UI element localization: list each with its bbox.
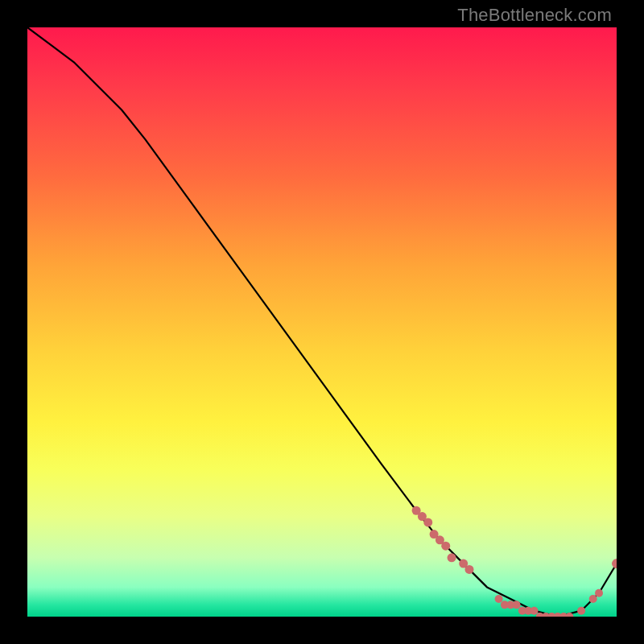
data-point	[612, 559, 617, 568]
data-point	[513, 601, 521, 609]
bottleneck-curve	[27, 27, 617, 617]
data-point	[441, 542, 450, 551]
plot-area	[27, 27, 617, 617]
curve-svg	[27, 27, 617, 617]
watermark-text: TheBottleneck.com	[457, 5, 612, 26]
data-point	[465, 565, 474, 574]
data-point	[495, 595, 503, 603]
chart-stage: TheBottleneck.com	[0, 0, 644, 644]
data-point	[595, 589, 603, 597]
data-point-end	[612, 559, 617, 568]
data-points-upper	[412, 506, 474, 574]
data-points-valley	[495, 589, 603, 617]
data-point	[423, 518, 432, 526]
data-point	[577, 607, 585, 615]
data-point	[530, 607, 539, 615]
data-point	[589, 595, 597, 603]
data-point	[448, 553, 456, 562]
